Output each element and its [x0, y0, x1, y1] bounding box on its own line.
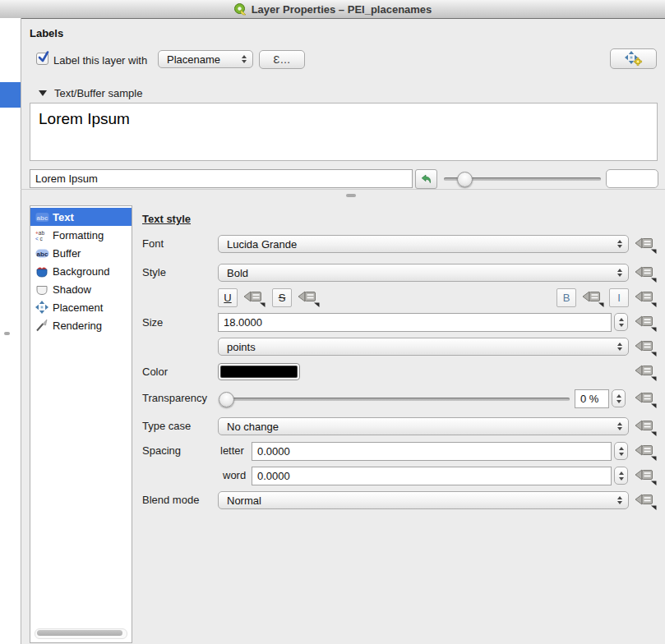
sample-background-color-button[interactable] [606, 169, 658, 188]
data-defined-override-color[interactable] [634, 362, 657, 381]
svg-text:abc: abc [36, 214, 48, 221]
sidebar-item-label: Placement [53, 301, 103, 314]
label-this-layer-label: Label this layer with [53, 54, 147, 67]
label-this-layer-checkbox[interactable] [36, 53, 48, 65]
letter-spacing-stepper[interactable] [614, 442, 628, 460]
blend-mode-label: Blend mode [142, 494, 199, 506]
combo-arrows-icon [617, 422, 622, 430]
label-field-select[interactable]: Placename [158, 50, 253, 68]
sidebar-item-label: Shadow [53, 283, 91, 296]
underline-button-label: U [224, 292, 231, 304]
sidebar-item-label: Text [53, 211, 74, 223]
spacing-letter-label: letter [220, 444, 244, 457]
font-color-button[interactable] [218, 363, 300, 380]
side-splitter-grip[interactable] [4, 332, 10, 335]
transparency-stepper[interactable] [612, 389, 626, 407]
italic-button[interactable]: I [609, 288, 629, 307]
blend-mode-select[interactable]: Normal [218, 491, 629, 509]
sidebar-item-formatting[interactable]: +ab < c Formatting [30, 226, 132, 244]
sidebar-horizontal-scrollbar[interactable] [35, 628, 127, 639]
placement-gear-icon [625, 51, 643, 67]
svg-text:< c: < c [35, 235, 44, 241]
color-label: Color [142, 366, 168, 378]
label-field-value: Placename [167, 53, 220, 66]
spacing-word-label: word [223, 469, 246, 481]
data-defined-override-word-spacing[interactable] [634, 467, 657, 485]
data-defined-override-blend-mode[interactable] [634, 491, 657, 510]
data-defined-override-italic[interactable] [634, 288, 657, 307]
word-spacing-stepper[interactable] [614, 467, 628, 485]
data-defined-override-style[interactable] [634, 264, 657, 283]
size-stepper[interactable] [614, 313, 628, 331]
sidebar-item-placement[interactable]: Placement [30, 298, 132, 316]
sample-section-header[interactable]: Text/Buffer sample [39, 87, 142, 99]
data-defined-override-underline[interactable] [242, 288, 266, 307]
data-defined-override-transparency[interactable] [634, 389, 657, 408]
size-unit-select[interactable]: points [218, 338, 629, 356]
transparency-input[interactable] [575, 389, 609, 408]
bold-button[interactable]: B [556, 288, 576, 307]
sample-text-input[interactable] [30, 169, 413, 188]
sidebar-item-background[interactable]: Background [30, 262, 132, 280]
font-value: Lucida Grande [227, 238, 297, 251]
style-label: Style [142, 266, 166, 278]
blend-mode-value: Normal [227, 494, 261, 507]
labels-heading: Labels [30, 27, 63, 39]
reset-sample-button[interactable] [415, 169, 437, 189]
type-case-select[interactable]: No change [218, 417, 629, 435]
data-defined-override-font[interactable] [634, 235, 657, 254]
data-defined-override-size-unit[interactable] [634, 338, 657, 356]
sidebar-item-text[interactable]: abc Text [30, 208, 132, 226]
checkmark-icon [37, 50, 52, 65]
placement-icon [35, 301, 49, 314]
data-defined-override-letter-spacing[interactable] [634, 442, 657, 461]
letter-spacing-input[interactable] [252, 442, 612, 461]
automated-placement-settings-button[interactable] [610, 48, 657, 69]
word-spacing-input[interactable] [252, 467, 612, 485]
italic-button-label: I [617, 292, 621, 304]
background-icon [35, 264, 49, 278]
expression-builder-button[interactable]: Ɛ… [259, 50, 305, 69]
collapse-triangle-icon [39, 90, 47, 96]
window-titlebar: Layer Properties – PEI_placenames [0, 0, 665, 19]
sidebar-item-buffer[interactable]: abc Buffer [30, 244, 132, 262]
combo-arrows-icon [617, 240, 622, 248]
data-defined-override-size[interactable] [634, 313, 657, 332]
scrollbar-thumb[interactable] [37, 630, 122, 636]
data-defined-override-strikeout[interactable] [297, 288, 320, 307]
transparency-slider-handle[interactable] [219, 392, 234, 407]
sample-size-slider-handle[interactable] [457, 172, 473, 187]
sample-preview-text: Lorem Ipsum [30, 104, 657, 128]
svg-text:+ab: +ab [35, 229, 44, 235]
data-defined-override-bold[interactable] [581, 288, 604, 307]
combo-arrows-icon [617, 343, 622, 351]
labels-tab-indicator[interactable] [0, 82, 21, 108]
splitter-grip[interactable] [346, 194, 356, 197]
rendering-icon [35, 319, 49, 332]
transparency-label: Transparency [142, 392, 207, 404]
text-abc-icon: abc [35, 210, 49, 223]
sidebar-item-shadow[interactable]: Shadow [30, 280, 132, 298]
bold-button-label: B [563, 292, 570, 304]
buffer-icon: abc [35, 246, 49, 260]
combo-arrows-icon [617, 496, 622, 504]
transparency-slider[interactable] [220, 398, 570, 401]
style-select[interactable]: Bold [218, 264, 629, 282]
undo-arrow-icon [420, 172, 433, 186]
data-defined-override-type-case[interactable] [634, 417, 657, 436]
sidebar-item-rendering[interactable]: Rendering [30, 316, 132, 334]
type-case-label: Type case [142, 420, 191, 432]
dialog-tab-gutter [0, 18, 21, 644]
font-select[interactable]: Lucida Grande [218, 235, 629, 253]
window-title: Layer Properties – PEI_placenames [252, 3, 432, 16]
expression-button-label: Ɛ… [274, 53, 291, 66]
underline-button[interactable]: U [218, 288, 238, 307]
size-input[interactable] [218, 313, 612, 332]
formatting-icon: +ab < c [35, 228, 49, 242]
sidebar-item-label: Formatting [53, 229, 104, 242]
section-divider [21, 189, 665, 190]
type-case-value: No change [227, 421, 279, 433]
sidebar-item-label: Buffer [53, 247, 81, 260]
strikeout-button[interactable]: S [272, 288, 292, 307]
size-label: Size [142, 316, 163, 329]
